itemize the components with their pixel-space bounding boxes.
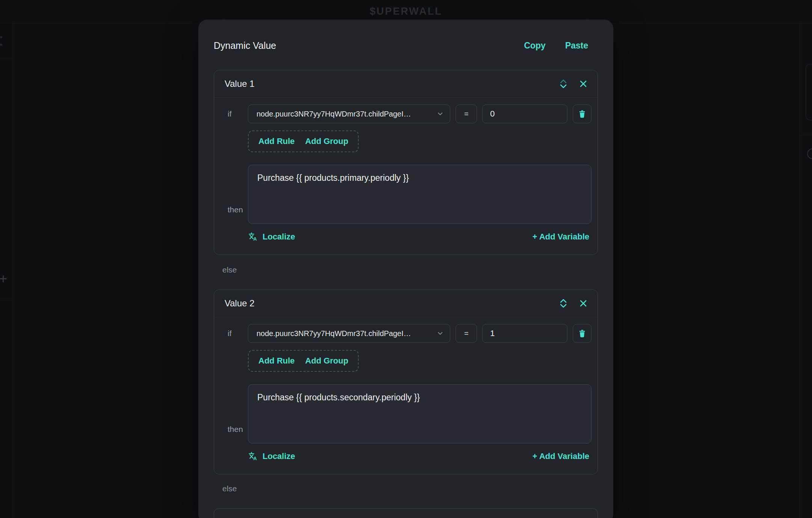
- operator-select[interactable]: =: [456, 105, 477, 123]
- trash-icon: [578, 329, 587, 338]
- trash-icon: [578, 109, 587, 119]
- value-card-3-partial: [214, 508, 598, 518]
- value-card-header: Value 1: [214, 70, 598, 98]
- close-icon: [579, 299, 588, 308]
- else-label: else: [222, 265, 598, 274]
- chevron-down-icon: [436, 110, 444, 118]
- localize-label: Localize: [263, 451, 295, 461]
- localize-label: Localize: [263, 232, 295, 242]
- modal-actions: Copy Paste: [524, 41, 588, 51]
- add-rule-button[interactable]: Add Rule: [258, 136, 295, 146]
- localize-button[interactable]: A Localize: [248, 232, 295, 242]
- else-label: else: [222, 484, 598, 493]
- close-icon: [579, 79, 588, 88]
- translate-icon: A: [248, 451, 258, 461]
- operator-select[interactable]: =: [456, 324, 477, 343]
- add-rule-group: Add Rule Add Group: [248, 130, 359, 152]
- condition-field-select[interactable]: node.puurc3NR7yy7HqWDmr37t.childPageI…: [248, 324, 450, 343]
- modal-title: Dynamic Value: [214, 39, 276, 52]
- chevron-up-down-icon: [558, 298, 568, 309]
- if-label: if: [222, 105, 248, 123]
- translate-icon: A: [248, 232, 258, 242]
- delete-rule-button[interactable]: [573, 324, 592, 343]
- chevron-up-down-icon: [558, 78, 568, 89]
- add-group-button[interactable]: Add Group: [305, 356, 349, 366]
- svg-text:A: A: [253, 456, 257, 461]
- localize-button[interactable]: A Localize: [248, 451, 295, 461]
- then-label: then: [222, 425, 248, 434]
- condition-field-value: node.puurc3NR7yy7HqWDmr37t.childPageI…: [257, 110, 411, 118]
- value-text-input[interactable]: Purchase {{ products.primary.periodly }}: [248, 165, 592, 224]
- close-value-button[interactable]: [578, 79, 589, 89]
- if-label: if: [222, 324, 248, 343]
- condition-value-input[interactable]: [482, 324, 567, 343]
- modal-header: Dynamic Value Copy Paste: [214, 39, 598, 52]
- value-card-header: Value 2: [214, 290, 598, 317]
- add-rule-button[interactable]: Add Rule: [258, 356, 295, 366]
- condition-field-value: node.puurc3NR7yy7HqWDmr37t.childPageI…: [257, 329, 411, 338]
- copy-button[interactable]: Copy: [524, 41, 546, 51]
- value-title: Value 2: [225, 298, 255, 309]
- value-card-2: Value 2 if: [214, 289, 598, 474]
- delete-rule-button[interactable]: [573, 105, 592, 123]
- paste-button[interactable]: Paste: [565, 41, 588, 51]
- dynamic-value-modal: Dynamic Value Copy Paste Value 1: [198, 20, 613, 518]
- close-value-button[interactable]: [578, 298, 589, 309]
- svg-text:A: A: [253, 236, 257, 242]
- value-text-input[interactable]: Purchase {{ products.secondary.periodly …: [248, 384, 592, 444]
- value-title: Value 1: [225, 79, 255, 89]
- reorder-button[interactable]: [558, 297, 569, 310]
- condition-field-select[interactable]: node.puurc3NR7yy7HqWDmr37t.childPageI…: [248, 105, 450, 123]
- add-variable-button[interactable]: + Add Variable: [533, 451, 589, 461]
- add-variable-button[interactable]: + Add Variable: [533, 232, 589, 242]
- reorder-button[interactable]: [558, 77, 569, 90]
- chevron-down-icon: [436, 330, 444, 337]
- value-card-1: Value 1 if: [214, 70, 598, 255]
- then-label: then: [222, 205, 248, 214]
- add-rule-group: Add Rule Add Group: [248, 350, 359, 372]
- condition-value-input[interactable]: [482, 105, 567, 123]
- add-group-button[interactable]: Add Group: [305, 136, 349, 146]
